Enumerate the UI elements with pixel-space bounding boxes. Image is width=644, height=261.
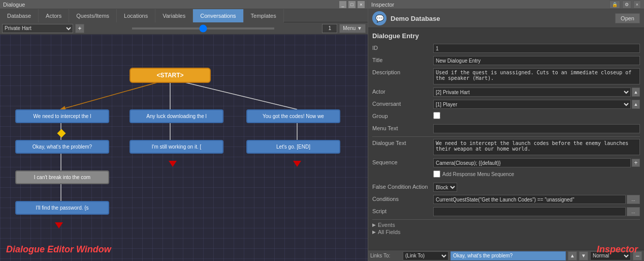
bottom-bar: Links To: (Link To) ▲ ▼ Normal − bbox=[368, 250, 644, 261]
node-still-working[interactable]: I'm still working on it. [ bbox=[130, 140, 223, 154]
dialogue-text-input[interactable]: We need to intercept the launch codes be… bbox=[433, 139, 640, 155]
false-condition-select[interactable]: Block bbox=[433, 183, 457, 192]
field-script: Script ... bbox=[372, 207, 640, 217]
tab-locations[interactable]: Locations bbox=[117, 9, 155, 22]
error-indicator-n5 bbox=[169, 161, 177, 167]
db-icon: 💬 bbox=[372, 11, 387, 25]
dialogue-toolbar: Private Hart + 1 Menu ▼ bbox=[0, 22, 368, 35]
inspector-title: Inspector bbox=[371, 2, 609, 8]
minimize-button[interactable]: _ bbox=[339, 1, 346, 8]
actor-select-container: [2] Private Hart ▲ bbox=[433, 88, 640, 97]
inspector-close-btn[interactable]: × bbox=[633, 1, 641, 9]
error-indicator-n6 bbox=[293, 161, 301, 167]
canvas-label: Dialogue Editor Window bbox=[6, 244, 111, 255]
tab-variables[interactable]: Variables bbox=[155, 9, 193, 22]
actor-select-inspector[interactable]: [2] Private Hart bbox=[433, 88, 631, 97]
events-toggle[interactable]: ▶ Events bbox=[372, 222, 640, 228]
sequence-value-container: + bbox=[433, 158, 640, 167]
links-label: Links To: bbox=[370, 253, 401, 258]
nav-mode-select[interactable]: Normal bbox=[590, 251, 631, 260]
zoom-slider[interactable] bbox=[132, 27, 274, 30]
node-okay-what[interactable]: Okay, what's the problem? bbox=[15, 140, 109, 154]
tab-conversations[interactable]: Conversations bbox=[193, 9, 243, 22]
titlebar-controls: _ □ × bbox=[339, 1, 365, 8]
script-dots-button[interactable]: ... bbox=[627, 207, 640, 216]
link-to-select[interactable]: (Link To) bbox=[403, 251, 448, 260]
error-indicator-n8 bbox=[55, 222, 63, 228]
field-conversant: Conversant [1] Player ▲ bbox=[372, 100, 640, 110]
inspector-gear-btn[interactable]: ⚙ bbox=[622, 1, 631, 9]
dialogue-panel: Dialogue _ □ × Database Actors Quests/It… bbox=[0, 0, 368, 261]
sequence-plus-button[interactable]: + bbox=[632, 159, 640, 167]
field-description: Description Used if the quest is unassig… bbox=[372, 68, 640, 85]
id-input[interactable] bbox=[433, 44, 640, 53]
script-input[interactable] bbox=[433, 207, 626, 216]
add-response-spacer bbox=[372, 170, 433, 171]
conditions-dots-button[interactable]: ... bbox=[627, 195, 640, 204]
tab-templates[interactable]: Templates bbox=[244, 9, 284, 22]
open-button[interactable]: Open bbox=[615, 13, 640, 23]
add-response-label: Add Response Menu Sequence bbox=[442, 171, 514, 177]
menu-button[interactable]: Menu ▼ bbox=[339, 24, 366, 33]
group-checkbox[interactable] bbox=[433, 112, 440, 119]
all-fields-arrow: ▶ bbox=[372, 229, 376, 235]
group-value-container bbox=[433, 112, 640, 120]
menu-text-input[interactable] bbox=[433, 124, 640, 133]
node-ill-find[interactable]: I'll find the password. {s bbox=[15, 201, 109, 215]
title-input[interactable] bbox=[433, 56, 640, 65]
menu-text-container bbox=[433, 124, 640, 133]
dialogue-titlebar: Dialogue _ □ × bbox=[0, 0, 368, 9]
id-label: ID bbox=[372, 44, 433, 51]
add-button[interactable]: + bbox=[75, 24, 84, 33]
conditions-input[interactable] bbox=[433, 195, 626, 204]
tab-actors[interactable]: Actors bbox=[39, 9, 69, 22]
events-arrow: ▶ bbox=[372, 222, 376, 227]
svg-line-0 bbox=[61, 79, 170, 109]
tab-database[interactable]: Database bbox=[0, 9, 39, 22]
conversant-up-button[interactable]: ▲ bbox=[632, 100, 640, 109]
field-group: Group bbox=[372, 112, 640, 122]
inspector-titlebar: Inspector 🔒 ⚙ × bbox=[368, 0, 644, 9]
slider-container bbox=[86, 27, 320, 30]
maximize-button[interactable]: □ bbox=[348, 1, 356, 8]
field-dialogue-text: Dialogue Text We need to intercept the l… bbox=[372, 139, 640, 156]
group-label: Group bbox=[372, 112, 433, 119]
sequence-input[interactable] bbox=[433, 158, 631, 167]
inspector-toolbar: 🔒 ⚙ × bbox=[609, 1, 641, 9]
description-input[interactable]: Used if the quest is unassigned. Cuts to… bbox=[433, 68, 640, 84]
conditions-container: ... bbox=[433, 195, 640, 204]
inspector-panel: Inspector 🔒 ⚙ × 💬 Demo Database Open Dia… bbox=[368, 0, 644, 261]
sequence-label: Sequence bbox=[372, 158, 433, 165]
remove-link-button[interactable]: − bbox=[633, 251, 642, 260]
divider-2 bbox=[372, 219, 640, 220]
inspector-lock-btn[interactable]: 🔒 bbox=[609, 1, 620, 9]
node-you-got[interactable]: You got the codes! Now we bbox=[246, 109, 340, 123]
field-actor: Actor [2] Private Hart ▲ bbox=[372, 88, 640, 98]
close-button[interactable]: × bbox=[358, 1, 365, 8]
node-start[interactable]: <START> bbox=[130, 68, 211, 83]
node-cant-break[interactable]: I can't break into the com bbox=[15, 170, 109, 184]
add-response-checkbox[interactable] bbox=[433, 170, 440, 178]
title-label: Title bbox=[372, 56, 433, 63]
canvas-area[interactable]: <START> We need to intercept the l Any l… bbox=[0, 35, 368, 261]
tab-bar: Database Actors Quests/Items Locations V… bbox=[0, 9, 368, 22]
events-label: Events bbox=[378, 222, 395, 228]
nav-down-button[interactable]: ▼ bbox=[579, 251, 588, 260]
svg-line-2 bbox=[170, 79, 297, 109]
node-lets-go[interactable]: Let's go. [END] bbox=[246, 140, 340, 154]
link-text-input[interactable] bbox=[450, 251, 566, 260]
actor-select[interactable]: Private Hart bbox=[2, 24, 73, 33]
field-sequence: Sequence + bbox=[372, 158, 640, 168]
tab-quests-items[interactable]: Quests/Items bbox=[69, 9, 117, 22]
nav-up-button[interactable]: ▲ bbox=[568, 251, 577, 260]
all-fields-toggle[interactable]: ▶ All Fields bbox=[372, 229, 640, 235]
conversant-select[interactable]: [1] Player bbox=[433, 100, 631, 109]
actor-label: Actor bbox=[372, 88, 433, 95]
node-any-luck[interactable]: Any luck downloading the l bbox=[130, 109, 223, 123]
actor-up-button[interactable]: ▲ bbox=[632, 88, 640, 97]
conditions-label: Conditions bbox=[372, 195, 433, 202]
dialogue-text-container: We need to intercept the launch codes be… bbox=[433, 139, 640, 156]
db-name: Demo Database bbox=[391, 15, 615, 22]
inspector-db-bar: 💬 Demo Database Open bbox=[368, 9, 644, 28]
node-we-need[interactable]: We need to intercept the l bbox=[15, 109, 109, 123]
